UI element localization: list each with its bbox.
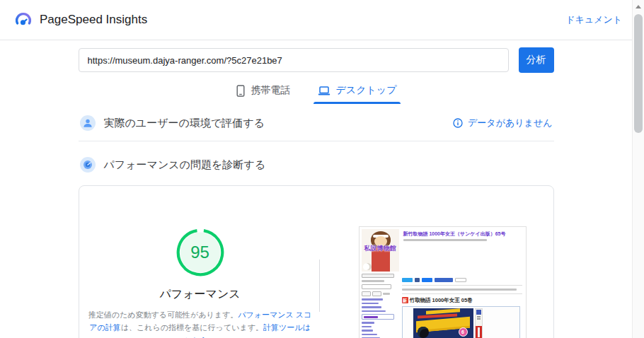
thumb-list-header-box — [362, 314, 394, 320]
tab-mobile[interactable]: 携帯電話 — [231, 81, 295, 104]
report-card: 95 パフォーマンス 推定値のため変動する可能性があります。パフォーマンス スコ… — [79, 185, 554, 338]
diagnose-gauge-icon — [80, 157, 96, 173]
no-data-label: データがありません — [468, 117, 552, 129]
score-gauge: 95 — [175, 227, 226, 278]
thumb-link-line — [362, 303, 379, 305]
info-icon — [453, 118, 463, 128]
thumb-share-button — [402, 278, 413, 282]
thumb-share-button — [415, 278, 420, 282]
analyze-bar: 分析 — [79, 47, 554, 73]
thumb-share-button — [455, 278, 466, 282]
thumb-page-title: 新竹取物語 1000年女王（サンケイ出版）65号 — [403, 231, 525, 236]
scrollbar-thumb[interactable] — [634, 14, 643, 133]
thumb-cat — [363, 263, 372, 270]
pagespeed-logo-icon — [14, 11, 33, 29]
field-section-title: 実際のユーザーの環境で評価する — [104, 117, 265, 130]
url-input[interactable] — [79, 48, 509, 72]
thumb-share-button — [422, 278, 432, 282]
thumb-breadcrumb-line — [403, 239, 487, 241]
thumb-list-header-line — [364, 316, 378, 318]
thumb-mini-button — [372, 291, 381, 296]
thumb-text-line — [383, 293, 390, 295]
main-content: 分析 携帯電話 デスクトップ — [79, 47, 554, 338]
score-value: 95 — [175, 227, 226, 278]
thumb-sidebar — [362, 274, 397, 338]
thumb-link-line — [362, 310, 386, 313]
thumb-link-line — [362, 306, 381, 308]
thumb-new-badge: 新 — [402, 297, 408, 303]
spine-logo — [476, 310, 481, 315]
scroll-up-arrow-icon[interactable] — [636, 5, 641, 8]
disclaimer-text-2: は、これらの指標を基に行っています。 — [121, 323, 263, 332]
thumb-link-line — [362, 334, 377, 336]
field-data-status[interactable]: データがありません — [453, 117, 552, 129]
page: PageSpeed Insights ドキュメント 分析 携帯電話 — [0, 0, 632, 338]
thumb-search-widget — [362, 284, 391, 289]
page-scrollbar[interactable] — [632, 0, 644, 338]
thumb-main-column: 新 竹取物語 1000年女王 05巻 6 — [402, 278, 524, 338]
lab-section-header: パフォーマンスの問題を診断する — [79, 154, 554, 175]
page-screenshot-thumbnail: 私設博物館 新竹取物語 1000年女王（サンケイ出版）65号 — [359, 226, 527, 338]
thumb-link-line — [362, 326, 372, 328]
thumb-cover-image: 6 — [402, 306, 520, 338]
thumb-link-line — [362, 322, 374, 324]
logo-title: PageSpeed Insights — [14, 11, 147, 29]
thumb-share-button — [435, 278, 453, 282]
analyze-button[interactable]: 分析 — [519, 47, 554, 73]
thumb-site-title: 私設博物館 — [362, 245, 399, 252]
card-vertical-divider — [319, 260, 320, 312]
phone-icon — [236, 85, 246, 97]
performance-score-block: 95 パフォーマンス 推定値のため変動する可能性があります。パフォーマンス スコ… — [84, 227, 317, 338]
thumb-social-buttons — [402, 278, 524, 282]
score-disclaimer: 推定値のため変動する可能性があります。パフォーマンス スコアの計算は、これらの指… — [86, 308, 314, 338]
spine-text-line — [477, 316, 481, 317]
thumb-divider — [402, 293, 522, 294]
thumb-link-line — [362, 298, 383, 301]
thumb-manga-cover: 6 — [413, 308, 473, 338]
tab-desktop[interactable]: デスクトップ — [314, 81, 401, 104]
thumb-site-header-image: 私設博物館 — [362, 229, 399, 272]
field-section-header: 実際のユーザーの環境で評価する — [80, 115, 265, 131]
thumb-button-row — [362, 291, 397, 296]
thumb-tags-line — [402, 289, 517, 291]
thumb-mini-button — [362, 291, 371, 296]
app-header: PageSpeed Insights ドキュメント — [0, 0, 632, 40]
cover-planet — [418, 327, 429, 338]
tab-desktop-label: デスクトップ — [336, 84, 397, 97]
app-title: PageSpeed Insights — [40, 13, 147, 27]
laptop-icon — [318, 86, 330, 96]
thumb-select-widget — [362, 274, 394, 278]
device-tabs: 携帯電話 デスクトップ — [79, 81, 554, 104]
tab-mobile-label: 携帯電話 — [251, 84, 291, 97]
thumb-text-line — [362, 280, 384, 282]
thumb-book-spine — [475, 308, 483, 338]
thumb-divider — [402, 285, 522, 286]
docs-link[interactable]: ドキュメント — [565, 13, 622, 26]
thumb-post-title: 竹取物語 1000年女王 05巻 — [410, 298, 473, 303]
spine-white-line — [478, 327, 480, 337]
spine-text-line — [477, 318, 481, 320]
cover-volume-number: 6 — [459, 327, 468, 337]
user-environment-icon — [80, 115, 96, 131]
spine-red-block — [476, 326, 482, 338]
lab-section-title: パフォーマンスの問題を診断する — [104, 158, 266, 172]
thumb-link-line — [362, 330, 373, 332]
disclaimer-text-1: 推定値のため変動する可能性があります。 — [88, 310, 238, 319]
thumb-post-heading: 新 竹取物語 1000年女王 05巻 — [402, 297, 524, 303]
field-data-section: 実際のユーザーの環境で評価する データがありません — [79, 111, 554, 141]
score-label: パフォーマンス — [84, 287, 317, 302]
